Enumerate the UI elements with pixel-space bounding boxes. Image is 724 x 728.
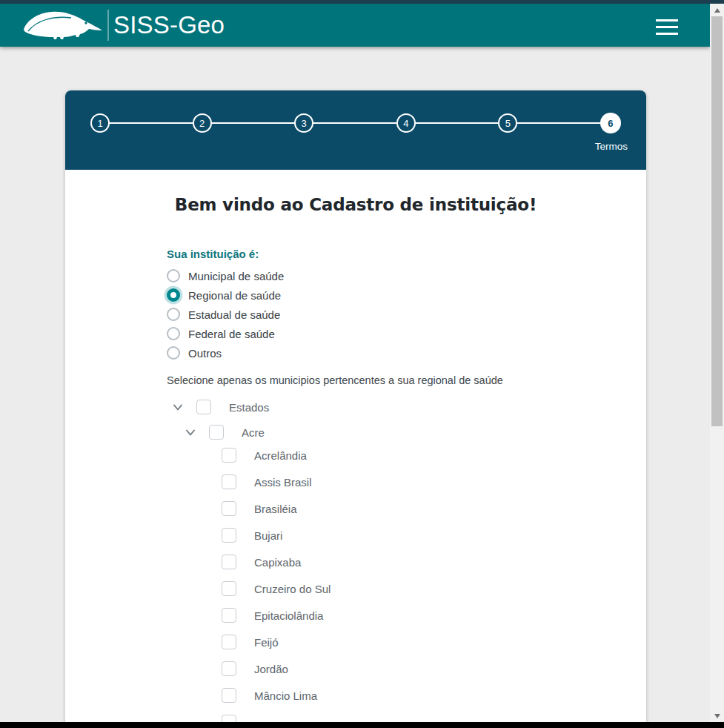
scroll-up-button[interactable]	[710, 4, 724, 16]
institution-radio-group: Municipal de saúde Regional de saúde Est…	[167, 269, 602, 360]
radio-option-regional[interactable]: Regional de saúde	[167, 288, 602, 302]
step-3[interactable]: 3	[294, 113, 313, 133]
checkbox-municipality[interactable]	[222, 608, 236, 623]
radio-option-label[interactable]: Federal de saúde	[188, 328, 275, 340]
municipality-tree: Estados Acre Acrelândia	[167, 399, 602, 722]
institution-question-label: Sua instituição é:	[167, 248, 602, 261]
tree-node-label[interactable]: Cruzeiro do Sul	[254, 583, 331, 595]
radio-option-estadual[interactable]: Estadual de saúde	[167, 308, 602, 321]
page-title: Bem vindo ao Cadastro de instituição!	[65, 193, 646, 216]
tree-node-municipality: Epitaciolândia	[167, 607, 602, 623]
page: SISS-Geo 1 2 3 4 5 6 Termos	[0, 4, 710, 722]
app-header: SISS-Geo	[0, 4, 710, 47]
radio-option-label[interactable]: Estadual de saúde	[188, 308, 280, 321]
scrollbar-thumb[interactable]	[711, 16, 723, 426]
brand-name: SISS-Geo	[113, 11, 225, 39]
tree-node-municipality: Capixaba	[167, 554, 602, 570]
tree-node-municipality: Assis Brasil	[167, 474, 602, 490]
anteater-icon	[22, 10, 104, 40]
tree-node-label[interactable]: Estados	[229, 401, 269, 414]
browser-viewport: SISS-Geo 1 2 3 4 5 6 Termos	[0, 0, 724, 728]
checkbox-estados[interactable]	[196, 400, 211, 414]
tree-node-municipality: Jordão	[167, 661, 602, 677]
logo-divider	[107, 10, 109, 41]
tree-node-estados: Estados	[167, 399, 602, 415]
menu-icon[interactable]	[656, 19, 678, 35]
tree-node-label[interactable]: Brasiléia	[254, 503, 297, 515]
tree-node-label[interactable]: Acrelândia	[254, 449, 307, 462]
checkbox-municipality[interactable]	[222, 661, 236, 676]
checkbox-municipality[interactable]	[222, 474, 236, 489]
wizard-stepper: 1 2 3 4 5 6 Termos	[65, 90, 646, 170]
vertical-scrollbar[interactable]	[710, 4, 724, 722]
radio-option-municipal[interactable]: Municipal de saúde	[167, 269, 602, 282]
registration-card: 1 2 3 4 5 6 Termos Bem vindo ao Cadastro…	[65, 90, 646, 722]
checkbox-municipality[interactable]	[222, 528, 236, 543]
tree-node-label[interactable]: Mâncio Lima	[254, 689, 317, 702]
radio-icon[interactable]	[167, 327, 180, 340]
step-6-label: Termos	[585, 141, 637, 152]
window-top-edge	[0, 0, 724, 4]
scroll-down-icon	[714, 714, 720, 718]
tree-node-label[interactable]: Acre	[242, 426, 265, 439]
tree-node-municipality: Mâncio Lima	[167, 687, 602, 704]
tree-node-municipality: Brasiléia	[167, 500, 602, 517]
step-4[interactable]: 4	[396, 113, 416, 133]
chevron-down-icon[interactable]	[171, 400, 185, 414]
municipality-instruction: Selecione apenas os municipios pertencen…	[167, 374, 602, 387]
step-2[interactable]: 2	[193, 113, 212, 133]
scroll-up-icon	[714, 8, 720, 13]
tree-node-label[interactable]: Epitaciolândia	[254, 609, 323, 622]
tree-node-municipality: Cruzeiro do Sul	[167, 580, 602, 597]
checkbox-municipality[interactable]	[222, 635, 236, 649]
checkbox-municipality[interactable]	[222, 581, 236, 596]
radio-option-label[interactable]: Municipal de saúde	[188, 270, 284, 282]
tree-node-municipality-partial	[167, 714, 602, 722]
tree-node-label[interactable]: Assis Brasil	[254, 476, 312, 489]
tree-node-acre: Acre	[167, 424, 602, 440]
step-6-active[interactable]: 6	[600, 113, 621, 133]
tree-node-label[interactable]: Feijó	[254, 636, 279, 649]
step-5[interactable]: 5	[498, 113, 517, 133]
radio-option-label[interactable]: Regional de saúde	[188, 289, 281, 302]
checkbox-municipality[interactable]	[222, 715, 236, 722]
checkbox-municipality[interactable]	[222, 688, 236, 703]
tree-node-label[interactable]: Bujari	[254, 529, 282, 542]
tree-node-municipality: Bujari	[167, 527, 602, 543]
checkbox-municipality[interactable]	[222, 448, 236, 463]
tree-node-municipality: Acrelândia	[167, 447, 602, 463]
radio-icon[interactable]	[167, 308, 180, 321]
checkbox-municipality[interactable]	[222, 555, 236, 569]
radio-icon[interactable]	[167, 346, 180, 360]
window-bottom-edge	[0, 722, 724, 728]
radio-icon-checked[interactable]	[167, 288, 180, 302]
step-1[interactable]: 1	[90, 113, 110, 133]
tree-node-label[interactable]: Jordão	[254, 663, 288, 675]
radio-option-outros[interactable]: Outros	[167, 346, 602, 360]
tree-node-municipality: Feijó	[167, 634, 602, 650]
app-logo: SISS-Geo	[22, 10, 225, 41]
checkbox-municipality[interactable]	[222, 501, 236, 516]
radio-icon[interactable]	[167, 269, 180, 282]
chevron-down-icon[interactable]	[184, 426, 197, 439]
tree-node-label[interactable]: Capixaba	[254, 556, 301, 569]
radio-option-label[interactable]: Outros	[188, 347, 222, 360]
scroll-down-button[interactable]	[710, 709, 724, 722]
radio-option-federal[interactable]: Federal de saúde	[167, 327, 602, 340]
checkbox-acre[interactable]	[209, 425, 224, 440]
card-body: Bem vindo ao Cadastro de instituição! Su…	[65, 170, 646, 722]
